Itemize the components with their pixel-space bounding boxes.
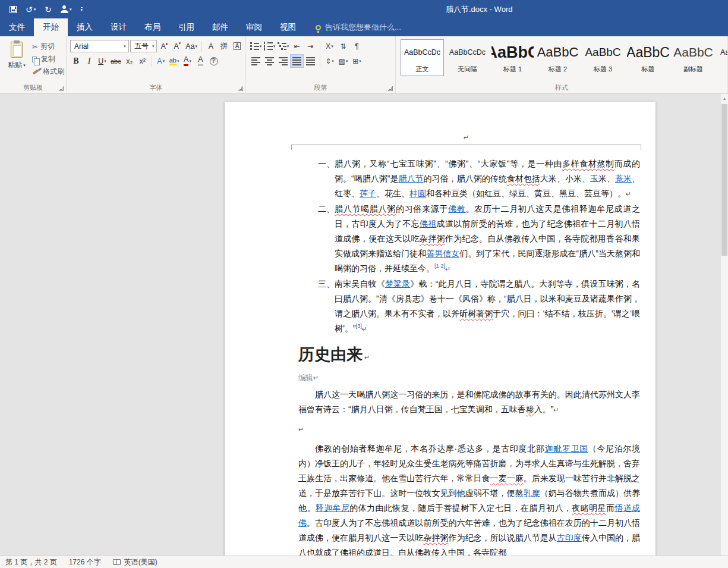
decrease-indent-button[interactable]: ⇤ <box>291 40 303 52</box>
style-subtitle[interactable]: AaBbC 副标题 <box>672 39 715 76</box>
font-name-select[interactable]: Arial▾ <box>70 40 129 52</box>
hyperlink[interactable]: 释迦牟尼 <box>316 503 350 513</box>
tab-review[interactable]: 审阅 <box>237 18 271 36</box>
hyperlink[interactable]: 迦毗罗卫国 <box>544 444 588 453</box>
paragraph-dialog-launcher[interactable] <box>388 86 393 91</box>
tab-design[interactable]: 设计 <box>102 18 135 36</box>
numbering-button[interactable]: ▾ <box>263 40 276 52</box>
scroll-up-arrow[interactable]: ▴ <box>721 96 728 101</box>
tab-insert[interactable]: 插入 <box>68 18 102 36</box>
hyperlink[interactable]: 桂圆 <box>409 189 426 198</box>
clipboard-dialog-launcher[interactable] <box>59 86 64 91</box>
reference-link[interactable]: [1-2] <box>434 263 445 269</box>
page-number-indicator[interactable]: 第 1 页，共 2 页 <box>5 557 57 567</box>
style-heading-2[interactable]: AaBbC 标题 2 <box>536 39 579 76</box>
word-count-indicator[interactable]: 1726 个字 <box>69 557 101 567</box>
style-heading-3[interactable]: AaBbC 标题 3 <box>581 39 625 76</box>
paste-button[interactable]: 粘贴▾ <box>2 39 31 84</box>
tab-view[interactable]: 视图 <box>271 18 305 36</box>
grow-font-button[interactable]: A▴ <box>158 40 170 52</box>
document-area[interactable]: ↵ 一、腊八粥，又称“七宝五味粥”、“佛粥”、“大家饭”等，是一种由多样食材熬制… <box>0 94 728 556</box>
proofing-indicator[interactable]: 英语(美国) <box>113 557 157 567</box>
tab-mailings[interactable]: 邮件 <box>203 18 237 36</box>
vertical-scrollbar[interactable]: ▴ <box>720 94 728 556</box>
hyperlink[interactable]: 佛祖 <box>420 219 437 228</box>
tab-references[interactable]: 引用 <box>169 18 203 36</box>
font-size-select[interactable]: 五号▾ <box>130 40 157 52</box>
hyperlink[interactable]: 薏米 <box>615 174 632 183</box>
distribute-button[interactable] <box>304 55 317 67</box>
scrollbar-thumb[interactable] <box>721 104 727 256</box>
tab-home[interactable]: 开始 <box>34 18 68 36</box>
hyperlink[interactable]: 乳糜 <box>524 488 540 498</box>
change-case-button[interactable]: Aa▾ <box>184 40 198 52</box>
undo-button[interactable]: ↺▾ <box>26 5 36 14</box>
document-content[interactable]: 一、腊八粥，又称“七宝五味粥”、“佛粥”、“大家饭”等，是一种由多样食材熬制而成… <box>225 156 655 556</box>
character-shading-button[interactable]: A <box>195 55 207 67</box>
shrink-font-button[interactable]: A▾ <box>171 40 183 52</box>
tab-layout[interactable]: 布局 <box>135 18 169 36</box>
user-account-button[interactable]: ▾ <box>61 5 72 13</box>
undo-dropdown-icon[interactable]: ▾ <box>34 7 36 12</box>
bullets-button[interactable]: ▾ <box>250 40 262 52</box>
show-hide-marks-button[interactable]: ¶ <box>351 40 363 52</box>
customize-qat-button[interactable]: ▾ <box>81 7 83 12</box>
increase-indent-button[interactable]: ⇥ <box>304 40 317 52</box>
underline-button[interactable]: U▾ <box>96 55 108 67</box>
text-run: 腊八节喝腊八粥 <box>335 204 396 214</box>
hyperlink[interactable]: 梦粱录 <box>385 279 410 288</box>
superscript-button[interactable]: x² <box>137 55 149 67</box>
list-item: 一、腊八粥，又称“七宝五味粥”、“佛粥”、“大家饭”等，是一种由多样食材熬制而成… <box>335 156 640 202</box>
copy-button[interactable]: 复制 <box>32 54 64 64</box>
save-button[interactable] <box>10 6 17 13</box>
clear-formatting-button[interactable]: A <box>205 40 217 52</box>
align-left-button[interactable] <box>250 55 262 67</box>
sort-button[interactable]: ⇅ <box>337 40 349 52</box>
subscript-button[interactable]: x₂ <box>124 55 135 67</box>
style-normal[interactable]: AaBbCcDc 正文 <box>401 39 444 76</box>
strikethrough-button[interactable]: abc <box>109 55 122 67</box>
multilevel-list-button[interactable]: ▾ <box>277 40 289 52</box>
customize-qat-icon: ▾ <box>81 7 83 12</box>
asian-layout-button[interactable]: X▾ <box>323 40 336 52</box>
style-no-spacing[interactable]: AaBbCcDc 无间隔 <box>446 39 489 76</box>
italic-button[interactable]: I <box>83 55 95 67</box>
tell-me-label: 告诉我您想要做什么... <box>325 22 401 33</box>
statusbar: 第 1 页，共 2 页 1726 个字 英语(美国) <box>0 556 728 568</box>
reference-link[interactable]: [3] <box>356 323 362 329</box>
style-title[interactable]: AaBbC 标题 <box>626 39 670 76</box>
font-color-button[interactable]: A▾ <box>182 55 194 67</box>
tell-me-box[interactable]: 告诉我您想要做什么... <box>316 18 401 36</box>
style-heading-1[interactable]: AaBbC 标题 1 <box>491 39 534 76</box>
hyperlink[interactable]: 古印度 <box>557 533 582 542</box>
bold-button[interactable]: B <box>70 55 82 67</box>
hyperlink[interactable]: 腊八节 <box>399 174 424 183</box>
hyperlink[interactable]: 善男信女 <box>426 249 459 258</box>
save-icon <box>10 6 17 13</box>
align-center-button[interactable] <box>263 55 276 67</box>
format-painter-button[interactable]: 格式刷 <box>32 67 64 77</box>
line-spacing-button[interactable]: ⇕▾ <box>323 55 336 67</box>
justify-button[interactable] <box>291 55 303 67</box>
highlight-color-button[interactable]: ab▾ <box>168 55 181 67</box>
cut-button[interactable]: ✂剪切 <box>32 42 64 52</box>
character-border-button[interactable]: A <box>231 40 243 52</box>
font-dialog-launcher[interactable] <box>238 86 243 91</box>
shading-button[interactable]: ▨▾ <box>337 55 349 67</box>
borders-button[interactable]: ⊞▾ <box>351 55 363 67</box>
text-run: 的体力由此恢复，随后于菩提树下入定七日，在腊月初八， <box>349 503 572 513</box>
enclose-characters-button[interactable]: 字 <box>208 55 220 67</box>
phonetic-guide-button[interactable]: 拼 <box>218 40 230 52</box>
edit-link[interactable]: 编辑 <box>298 374 313 382</box>
tab-file[interactable]: 文件 <box>0 18 34 36</box>
style-name: 标题 1 <box>503 65 522 74</box>
align-right-button[interactable] <box>277 55 289 67</box>
redo-button[interactable]: ↻ <box>45 5 52 14</box>
hyperlink[interactable]: 佛教 <box>448 204 465 214</box>
document-page[interactable]: ↵ 一、腊八粥，又称“七宝五味粥”、“佛粥”、“大家饭”等，是一种由多样食材熬制… <box>225 102 655 556</box>
paste-dropdown-icon[interactable]: ▾ <box>23 63 26 68</box>
text-effects-button[interactable]: A▾ <box>155 55 167 67</box>
distribute-icon <box>306 57 315 65</box>
hyperlink[interactable]: 莲子 <box>360 189 376 198</box>
style-subtle-emphasis[interactable]: AaBbCcDc 不明 <box>717 39 728 76</box>
